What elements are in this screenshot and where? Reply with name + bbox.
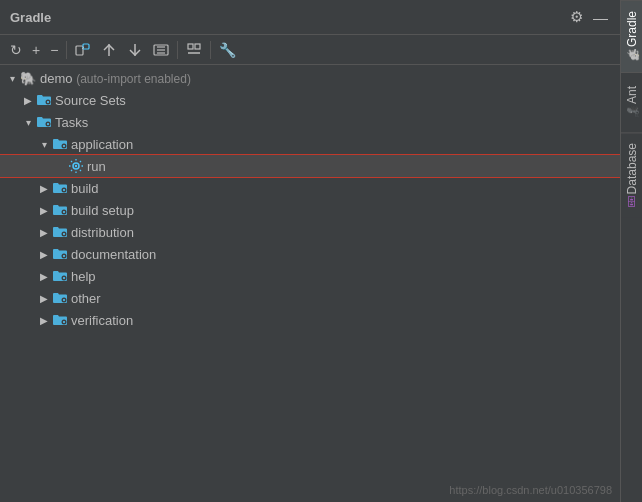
tree-item-tasks[interactable]: ▾ Tasks (0, 111, 620, 133)
tab-database[interactable]: 🗄 Database (621, 132, 642, 217)
tree-item-run[interactable]: run (0, 155, 620, 177)
arrow-other: ▶ (36, 293, 52, 304)
collapse-all-icon (127, 42, 143, 58)
tree-item-distribution[interactable]: ▶ distribution (0, 221, 620, 243)
tree-item-application[interactable]: ▾ application (0, 133, 620, 155)
demo-secondary: (auto-import enabled) (76, 72, 191, 86)
gradle-tab-label: Gradle (625, 11, 639, 47)
arrow-demo: ▾ (4, 73, 20, 84)
gradle-panel: Gradle ⚙ — ↻ + − (0, 0, 620, 502)
ant-tab-icon: 🐜 (625, 106, 638, 119)
expand-all-icon (101, 42, 117, 58)
arrow-documentation: ▶ (36, 249, 52, 260)
build-setup-folder-icon (52, 202, 68, 218)
svg-rect-14 (195, 44, 200, 49)
toggle-icon (186, 42, 202, 58)
other-folder-icon (52, 290, 68, 306)
toolbar: ↻ + − (0, 35, 620, 65)
settings-icon[interactable]: ⚙ (568, 6, 585, 28)
svg-rect-13 (188, 44, 193, 49)
db-tab-icon: 🗄 (626, 196, 638, 207)
link-button[interactable] (149, 39, 173, 61)
verification-folder-icon (52, 312, 68, 328)
toolbar-separator-3 (210, 41, 211, 59)
distribution-folder-icon (52, 224, 68, 240)
toolbar-separator-1 (66, 41, 67, 59)
refresh-button[interactable]: ↻ (6, 39, 26, 61)
side-tabs: 🐘 Gradle 🐜 Ant 🗄 Database (620, 0, 642, 502)
ant-tab-label: Ant (625, 86, 639, 104)
tree-item-build[interactable]: ▶ build (0, 177, 620, 199)
expand-all-button[interactable] (97, 39, 121, 61)
demo-icon: 🐘 (20, 71, 36, 86)
tree-item-other[interactable]: ▶ other (0, 287, 620, 309)
collapse-all-button[interactable] (123, 39, 147, 61)
svg-rect-1 (83, 44, 89, 49)
source-sets-folder-icon (36, 92, 52, 108)
tree-item-help[interactable]: ▶ help (0, 265, 620, 287)
build-folder-icon (52, 180, 68, 196)
remove-button[interactable]: − (46, 39, 62, 61)
application-folder-icon (52, 136, 68, 152)
tab-gradle[interactable]: 🐘 Gradle (621, 0, 642, 72)
application-label: application (71, 137, 133, 152)
minimize-icon[interactable]: — (591, 7, 610, 28)
svg-rect-0 (76, 46, 83, 55)
toolbar-separator-2 (177, 41, 178, 59)
toggle-button[interactable] (182, 39, 206, 61)
tree-content[interactable]: ▾ 🐘 demo (auto-import enabled) ▶ Source … (0, 65, 620, 502)
tab-ant[interactable]: 🐜 Ant (621, 72, 642, 132)
tree-item-build-setup[interactable]: ▶ build setup (0, 199, 620, 221)
add-button[interactable]: + (28, 39, 44, 61)
arrow-verification: ▶ (36, 315, 52, 326)
arrow-application: ▾ (36, 139, 52, 150)
help-label: help (71, 269, 96, 284)
arrow-help: ▶ (36, 271, 52, 282)
panel-title: Gradle (10, 10, 51, 25)
header-icons: ⚙ — (568, 6, 610, 28)
demo-label: demo (auto-import enabled) (40, 71, 191, 86)
wrench-button[interactable]: 🔧 (215, 39, 240, 61)
build-label: build (71, 181, 98, 196)
arrow-build: ▶ (36, 183, 52, 194)
distribution-label: distribution (71, 225, 134, 240)
arrow-distribution: ▶ (36, 227, 52, 238)
tree-item-demo[interactable]: ▾ 🐘 demo (auto-import enabled) (0, 67, 620, 89)
other-label: other (71, 291, 101, 306)
link-icon (153, 42, 169, 58)
arrow-build-setup: ▶ (36, 205, 52, 216)
tree-item-source-sets[interactable]: ▶ Source Sets (0, 89, 620, 111)
panel-header: Gradle ⚙ — (0, 0, 620, 35)
tree-item-verification[interactable]: ▶ verification (0, 309, 620, 331)
demo-name: demo (40, 71, 73, 86)
verification-label: verification (71, 313, 133, 328)
svg-point-20 (75, 165, 77, 167)
build-setup-label: build setup (71, 203, 134, 218)
link-gradle-button[interactable] (71, 39, 95, 61)
run-gear-icon (68, 158, 84, 174)
link-gradle-icon (75, 42, 91, 58)
help-folder-icon (52, 268, 68, 284)
tasks-label: Tasks (55, 115, 88, 130)
arrow-tasks: ▾ (20, 117, 36, 128)
source-sets-label: Source Sets (55, 93, 126, 108)
watermark: https://blog.csdn.net/u010356798 (449, 484, 612, 496)
documentation-label: documentation (71, 247, 156, 262)
gradle-tab-icon: 🐘 (625, 49, 638, 62)
arrow-source-sets: ▶ (20, 95, 36, 106)
documentation-folder-icon (52, 246, 68, 262)
database-tab-label: Database (625, 143, 639, 194)
tree-item-documentation[interactable]: ▶ documentation (0, 243, 620, 265)
tasks-folder-icon (36, 114, 52, 130)
run-label: run (87, 159, 106, 174)
